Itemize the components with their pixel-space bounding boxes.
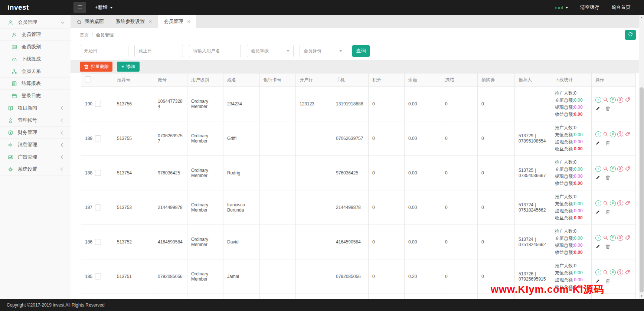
scrollbar-thumb[interactable] (640, 87, 644, 292)
tag-icon[interactable] (625, 131, 630, 137)
promote-icon[interactable]: ↑ (595, 97, 601, 103)
menu-toggle-button[interactable] (73, 2, 86, 13)
chevron-down-icon (339, 50, 342, 53)
row-checkbox[interactable] (95, 135, 101, 141)
row-checkbox[interactable] (95, 170, 101, 176)
tab-3[interactable]: 会员管理× (158, 15, 196, 28)
member-level-select[interactable]: 会员等级 (247, 45, 294, 57)
delete-icon[interactable] (605, 175, 611, 180)
batch-delete-button[interactable]: 批量删除 (80, 62, 112, 72)
clear-cache-link[interactable]: 清空缓存 (580, 4, 599, 11)
sidebar-item-7[interactable]: 登录日志 (0, 90, 71, 102)
sidebar-item-4[interactable]: 下线提成 (0, 53, 71, 65)
dollar-icon[interactable]: $ (617, 97, 623, 103)
dollar-icon[interactable]: $ (617, 131, 623, 137)
close-icon[interactable]: × (187, 19, 190, 24)
promote-icon[interactable]: ↑ (595, 235, 601, 241)
promote-icon[interactable]: ↑ (595, 200, 601, 206)
chevron-left-icon (61, 131, 65, 134)
dollar-icon[interactable]: $ (617, 269, 623, 275)
search-icon[interactable] (603, 235, 608, 240)
delete-icon[interactable] (605, 140, 611, 146)
balance-cell: 0.00 (405, 190, 441, 225)
tag-icon[interactable] (625, 235, 630, 240)
row-checkbox[interactable] (95, 274, 101, 279)
tag-icon[interactable] (625, 97, 630, 102)
end-date-input[interactable] (134, 45, 183, 57)
promote-icon[interactable]: ↑ (595, 269, 601, 275)
topbar: invest +新增 root 清空缓存 前台首页 (0, 0, 644, 15)
sidebar-item-5[interactable]: 会员关系 (0, 65, 71, 78)
sidebar-item-2[interactable]: 会员管理 (0, 29, 71, 41)
tag-icon[interactable] (625, 166, 630, 171)
stat-income-value: 0.00 (574, 181, 582, 186)
delete-icon[interactable] (605, 209, 611, 215)
yen-icon[interactable]: ¥ (610, 97, 616, 103)
vertical-scrollbar[interactable]: ▲ ▼ (639, 15, 644, 299)
edit-icon[interactable] (595, 140, 601, 145)
column-header: 手机 (332, 73, 369, 87)
sidebar-item-1[interactable]: 会员管理 (0, 16, 71, 29)
sidebar-item-3[interactable]: 会员级别 (0, 41, 71, 53)
search-button[interactable]: 查询 (352, 45, 370, 57)
stat-income-value: 0.00 (574, 112, 582, 117)
column-header: 积分 (369, 73, 405, 87)
user-menu[interactable]: root (555, 5, 568, 10)
search-icon[interactable] (603, 200, 608, 206)
member-identity-select[interactable]: 会员身份 (300, 45, 346, 57)
sidebar-item-9[interactable]: 管理帐号 (0, 114, 71, 127)
dollar-icon[interactable]: $ (617, 235, 623, 241)
add-button[interactable]: + 添加 (117, 62, 140, 72)
promote-icon[interactable]: ↑ (595, 131, 601, 137)
calendar-icon (11, 93, 17, 99)
promote-icon[interactable]: ↑ (595, 166, 601, 172)
breadcrumb-home[interactable]: 首页 (80, 32, 89, 38)
tab-label: 我的桌面 (85, 18, 104, 25)
yen-icon[interactable]: ¥ (610, 200, 616, 206)
new-dropdown[interactable]: +新增 (95, 4, 113, 11)
scroll-down-arrow-icon[interactable]: ▼ (639, 295, 644, 297)
username-input[interactable] (189, 45, 241, 57)
row-checkbox[interactable] (95, 101, 101, 107)
edit-icon[interactable] (595, 209, 601, 215)
search-icon[interactable] (603, 269, 608, 275)
scroll-up-arrow-icon[interactable]: ▲ (639, 16, 644, 19)
stat-promoters-value: 0 (574, 194, 576, 199)
row-checkbox[interactable] (95, 204, 101, 210)
yen-icon[interactable]: ¥ (610, 235, 616, 241)
column-header: 银行卡号 (260, 73, 296, 87)
yen-icon[interactable]: ¥ (610, 166, 616, 172)
dollar-icon[interactable]: $ (617, 166, 623, 172)
edit-icon[interactable] (595, 244, 601, 249)
close-icon[interactable]: × (149, 19, 152, 24)
delete-icon[interactable] (605, 278, 611, 284)
dollar-icon[interactable]: $ (617, 200, 623, 206)
tag-icon[interactable] (625, 269, 630, 275)
column-header: 抽奖券 (478, 73, 515, 87)
sidebar-item-8[interactable]: 项目新闻 (0, 102, 71, 114)
select-all-checkbox[interactable] (85, 76, 91, 82)
edit-icon[interactable] (595, 175, 601, 180)
sidebar-item-6[interactable]: 结算报表 (0, 78, 71, 90)
edit-icon[interactable] (595, 106, 601, 111)
sidebar-item-13[interactable]: 系统设置 (0, 163, 71, 176)
delete-icon[interactable] (605, 106, 611, 111)
sidebar-item-12[interactable]: 广告管理 (0, 151, 71, 163)
search-icon[interactable] (603, 97, 608, 102)
bank-cell (296, 190, 332, 225)
search-icon[interactable] (603, 131, 608, 137)
stat-promoters-label: 推广人数: (555, 160, 574, 165)
sidebar-item-11[interactable]: 消息管理 (0, 139, 71, 151)
tag-icon[interactable] (625, 200, 630, 206)
refresh-button[interactable] (625, 30, 636, 40)
yen-icon[interactable]: ¥ (610, 269, 616, 275)
sidebar-item-10[interactable]: 财务管理 (0, 127, 71, 139)
row-checkbox[interactable] (95, 239, 101, 245)
tab-2[interactable]: 系统参数设置× (110, 15, 158, 28)
start-date-input[interactable] (80, 45, 128, 57)
front-page-link[interactable]: 前台首页 (611, 4, 631, 11)
yen-icon[interactable]: ¥ (610, 131, 616, 137)
search-icon[interactable] (603, 166, 608, 171)
delete-icon[interactable] (605, 244, 611, 249)
tab-1[interactable]: 我的桌面 (71, 15, 110, 28)
